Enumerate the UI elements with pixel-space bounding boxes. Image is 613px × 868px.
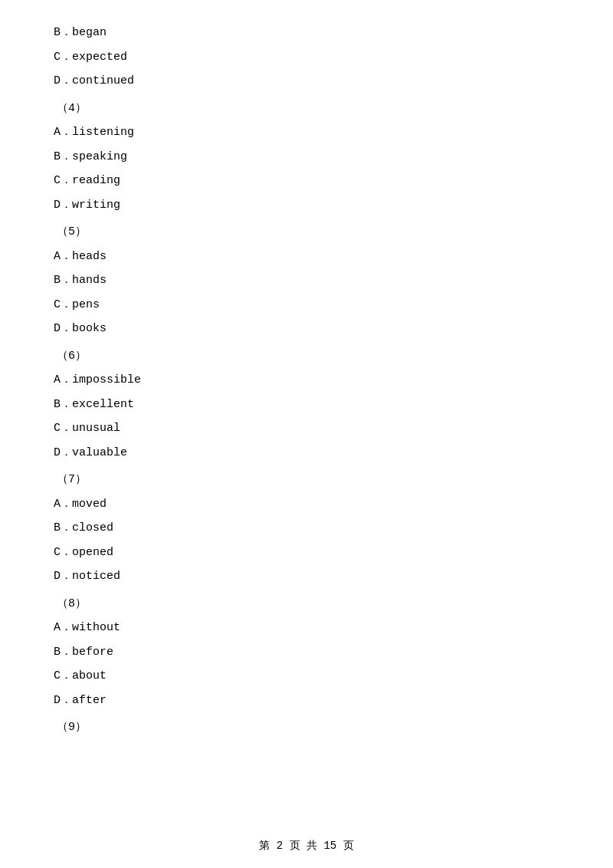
option-line: D．valuable [54,443,559,463]
option-line: D．books [54,319,559,339]
option-line: A．impossible [54,370,559,390]
option-line: C．opened [54,543,559,563]
option-line: A．without [54,618,559,638]
option-line: B．excellent [54,395,559,415]
footer-text: 第 2 页 共 15 页 [259,840,353,852]
option-line: B．hands [54,271,559,291]
option-line: B．closed [54,518,559,538]
option-line: C．reading [54,171,559,191]
section-label: （6） [54,347,559,367]
option-line: D．noticed [54,567,559,587]
section-label: （8） [54,594,559,614]
section-label: （7） [54,470,559,490]
option-line: A．listening [54,123,559,143]
option-line: A．heads [54,247,559,267]
option-line: C．expected [54,48,559,67]
section-label: （4） [54,99,559,119]
option-line: A．moved [54,495,559,515]
option-line: D．writing [54,196,559,215]
option-line: C．about [54,666,559,686]
option-line: D．continued [54,71,559,91]
main-content: B．beganC．expectedD．continued（4）A．listeni… [0,0,613,788]
section-label: （9） [54,718,559,738]
option-line: C．unusual [54,419,559,439]
option-line: B．began [54,23,559,43]
option-line: B．speaking [54,147,559,167]
option-line: B．before [54,643,559,663]
page-footer: 第 2 页 共 15 页 [0,839,613,853]
option-line: C．pens [54,295,559,315]
section-label: （5） [54,222,559,242]
option-line: D．after [54,691,559,711]
